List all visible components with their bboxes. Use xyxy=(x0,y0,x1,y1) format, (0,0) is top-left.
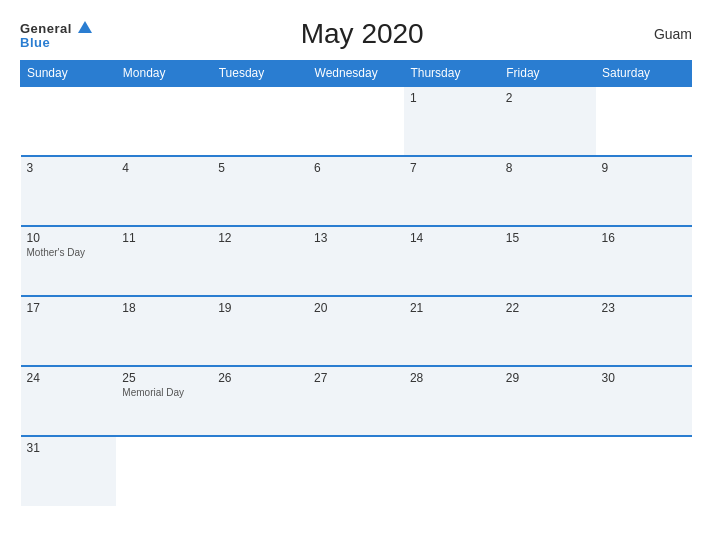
calendar-cell xyxy=(596,86,692,156)
day-number: 5 xyxy=(218,161,302,175)
calendar-cell: 30 xyxy=(596,366,692,436)
calendar-cell: 1 xyxy=(404,86,500,156)
day-event: Mother's Day xyxy=(27,247,111,258)
calendar-cell xyxy=(212,436,308,506)
day-number: 12 xyxy=(218,231,302,245)
day-number: 4 xyxy=(122,161,206,175)
day-number: 9 xyxy=(602,161,686,175)
day-number: 1 xyxy=(410,91,494,105)
calendar-cell: 31 xyxy=(21,436,117,506)
calendar-cell: 11 xyxy=(116,226,212,296)
weekday-monday: Monday xyxy=(116,61,212,87)
day-number: 11 xyxy=(122,231,206,245)
calendar-cell: 25Memorial Day xyxy=(116,366,212,436)
calendar-cell xyxy=(404,436,500,506)
calendar-cell: 13 xyxy=(308,226,404,296)
calendar-cell: 14 xyxy=(404,226,500,296)
day-number: 31 xyxy=(27,441,111,455)
calendar-cell xyxy=(21,86,117,156)
weekday-tuesday: Tuesday xyxy=(212,61,308,87)
weekday-sunday: Sunday xyxy=(21,61,117,87)
calendar-cell: 10Mother's Day xyxy=(21,226,117,296)
logo-triangle-icon xyxy=(78,21,92,33)
day-number: 25 xyxy=(122,371,206,385)
calendar-cell xyxy=(500,436,596,506)
day-number: 7 xyxy=(410,161,494,175)
day-number: 23 xyxy=(602,301,686,315)
calendar-week-row: 2425Memorial Day2627282930 xyxy=(21,366,692,436)
weekday-thursday: Thursday xyxy=(404,61,500,87)
calendar-cell xyxy=(212,86,308,156)
calendar-cell xyxy=(116,86,212,156)
calendar-cell: 27 xyxy=(308,366,404,436)
day-number: 18 xyxy=(122,301,206,315)
day-number: 8 xyxy=(506,161,590,175)
day-number: 19 xyxy=(218,301,302,315)
page: General Blue May 2020 Guam SundayMondayT… xyxy=(0,0,712,550)
calendar-cell xyxy=(308,436,404,506)
day-number: 6 xyxy=(314,161,398,175)
day-number: 14 xyxy=(410,231,494,245)
calendar-cell: 5 xyxy=(212,156,308,226)
calendar-cell: 8 xyxy=(500,156,596,226)
header: General Blue May 2020 Guam xyxy=(20,18,692,50)
region-label: Guam xyxy=(632,26,692,42)
calendar-cell: 23 xyxy=(596,296,692,366)
calendar-cell: 15 xyxy=(500,226,596,296)
calendar-cell: 6 xyxy=(308,156,404,226)
calendar-title: May 2020 xyxy=(92,18,632,50)
calendar-week-row: 3456789 xyxy=(21,156,692,226)
calendar-cell: 26 xyxy=(212,366,308,436)
calendar-week-row: 12 xyxy=(21,86,692,156)
day-number: 24 xyxy=(27,371,111,385)
calendar-cell xyxy=(116,436,212,506)
calendar-cell: 17 xyxy=(21,296,117,366)
calendar-cell: 24 xyxy=(21,366,117,436)
calendar-week-row: 17181920212223 xyxy=(21,296,692,366)
calendar-cell: 3 xyxy=(21,156,117,226)
day-number: 28 xyxy=(410,371,494,385)
day-number: 10 xyxy=(27,231,111,245)
day-number: 22 xyxy=(506,301,590,315)
calendar-cell xyxy=(308,86,404,156)
calendar-cell: 12 xyxy=(212,226,308,296)
calendar-cell: 28 xyxy=(404,366,500,436)
calendar-table: SundayMondayTuesdayWednesdayThursdayFrid… xyxy=(20,60,692,506)
calendar-cell: 19 xyxy=(212,296,308,366)
logo: General Blue xyxy=(20,20,92,49)
calendar-cell: 9 xyxy=(596,156,692,226)
logo-blue: Blue xyxy=(20,36,92,49)
calendar-cell: 4 xyxy=(116,156,212,226)
calendar-body: 12345678910Mother's Day11121314151617181… xyxy=(21,86,692,506)
day-number: 27 xyxy=(314,371,398,385)
calendar-week-row: 31 xyxy=(21,436,692,506)
day-number: 3 xyxy=(27,161,111,175)
calendar-cell: 2 xyxy=(500,86,596,156)
day-number: 2 xyxy=(506,91,590,105)
calendar-cell: 18 xyxy=(116,296,212,366)
weekday-wednesday: Wednesday xyxy=(308,61,404,87)
calendar-cell: 16 xyxy=(596,226,692,296)
day-number: 26 xyxy=(218,371,302,385)
calendar-cell: 21 xyxy=(404,296,500,366)
day-number: 30 xyxy=(602,371,686,385)
calendar-cell: 7 xyxy=(404,156,500,226)
weekday-header-row: SundayMondayTuesdayWednesdayThursdayFrid… xyxy=(21,61,692,87)
calendar-cell: 20 xyxy=(308,296,404,366)
day-event: Memorial Day xyxy=(122,387,206,398)
day-number: 20 xyxy=(314,301,398,315)
calendar-cell: 29 xyxy=(500,366,596,436)
calendar-week-row: 10Mother's Day111213141516 xyxy=(21,226,692,296)
day-number: 15 xyxy=(506,231,590,245)
logo-general: General xyxy=(20,20,92,36)
day-number: 13 xyxy=(314,231,398,245)
weekday-saturday: Saturday xyxy=(596,61,692,87)
weekday-friday: Friday xyxy=(500,61,596,87)
calendar-cell xyxy=(596,436,692,506)
day-number: 29 xyxy=(506,371,590,385)
day-number: 16 xyxy=(602,231,686,245)
day-number: 21 xyxy=(410,301,494,315)
calendar-cell: 22 xyxy=(500,296,596,366)
day-number: 17 xyxy=(27,301,111,315)
